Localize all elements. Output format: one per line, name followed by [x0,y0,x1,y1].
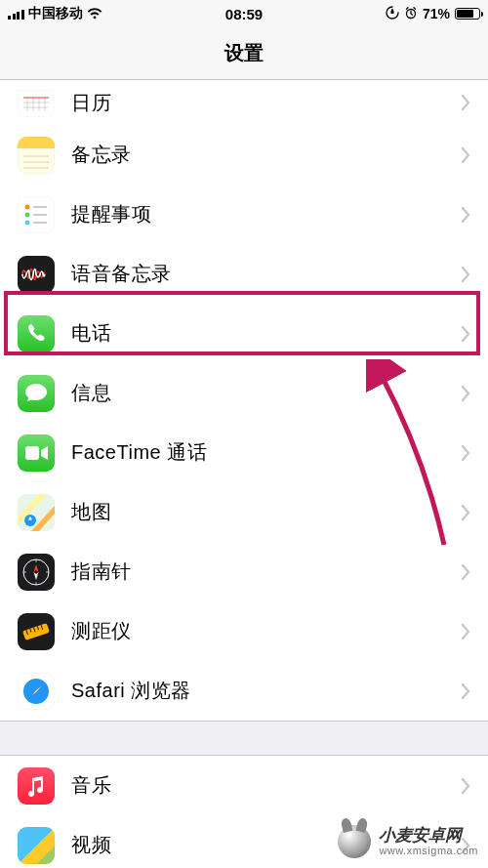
music-icon [18,767,55,805]
row-label: 音乐 [71,772,461,799]
row-label: 电话 [71,320,461,347]
row-label: Safari 浏览器 [71,678,461,704]
chevron-right-icon [461,94,470,111]
status-time: 08:59 [0,6,488,22]
chevron-right-icon [461,504,470,521]
reminders-icon [18,196,55,233]
row-label: 地图 [71,499,461,525]
messages-icon [18,375,55,412]
compass-icon [18,554,55,591]
video-icon [18,827,55,864]
calendar-icon [18,90,55,117]
setting-row-measure[interactable]: 测距仪 [0,601,488,661]
row-label: 指南针 [71,558,461,585]
svg-point-14 [25,212,30,217]
chevron-right-icon [461,777,470,795]
chevron-right-icon [461,623,470,641]
page-title: 设置 [0,27,488,80]
maps-icon [18,494,55,531]
notes-icon [18,137,55,174]
setting-row-notes[interactable]: 备忘录 [0,125,488,185]
setting-row-music[interactable]: 音乐 [0,756,488,815]
chevron-right-icon [461,146,470,164]
group-separator [0,721,488,756]
facetime-icon [18,434,55,472]
row-label: 测距仪 [71,618,461,644]
watermark-url: www.xmsigma.com [379,845,478,856]
voice-memo-icon [18,256,55,293]
settings-list: 日历 备忘录 提醒事项 语音备忘录 电话 [0,80,488,721]
row-label: 提醒事项 [71,201,461,227]
chevron-right-icon [461,682,470,700]
svg-point-12 [25,204,30,209]
chevron-right-icon [461,325,470,343]
chevron-right-icon [461,563,470,581]
watermark-logo-icon [338,825,371,858]
safari-icon [18,673,55,710]
status-bar: 中国移动 08:59 71% [0,0,488,27]
setting-row-safari[interactable]: Safari 浏览器 [0,661,488,721]
setting-row-calendar[interactable]: 日历 [0,80,488,125]
row-label: 备忘录 [71,142,461,168]
watermark-title: 小麦安卓网 [379,827,478,846]
row-label: FaceTime 通话 [71,439,461,466]
row-label: 日历 [71,90,461,116]
battery-icon [455,8,480,20]
chevron-right-icon [461,206,470,224]
setting-row-maps[interactable]: 地图 [0,482,488,542]
setting-row-voicememo[interactable]: 语音备忘录 [0,244,488,304]
watermark: 小麦安卓网 www.xmsigma.com [338,825,478,858]
chevron-right-icon [461,266,470,283]
setting-row-phone[interactable]: 电话 [0,304,488,363]
chevron-right-icon [461,444,470,462]
svg-point-21 [23,559,49,585]
row-label: 信息 [71,380,461,406]
phone-icon [18,315,55,352]
setting-row-messages[interactable]: 信息 [0,363,488,423]
measure-icon [18,613,55,650]
chevron-right-icon [461,385,470,402]
row-label: 语音备忘录 [71,261,461,287]
setting-row-compass[interactable]: 指南针 [0,542,488,601]
setting-row-facetime[interactable]: FaceTime 通话 [0,423,488,482]
svg-point-16 [25,220,30,225]
setting-row-reminders[interactable]: 提醒事项 [0,185,488,244]
svg-rect-18 [25,446,39,460]
